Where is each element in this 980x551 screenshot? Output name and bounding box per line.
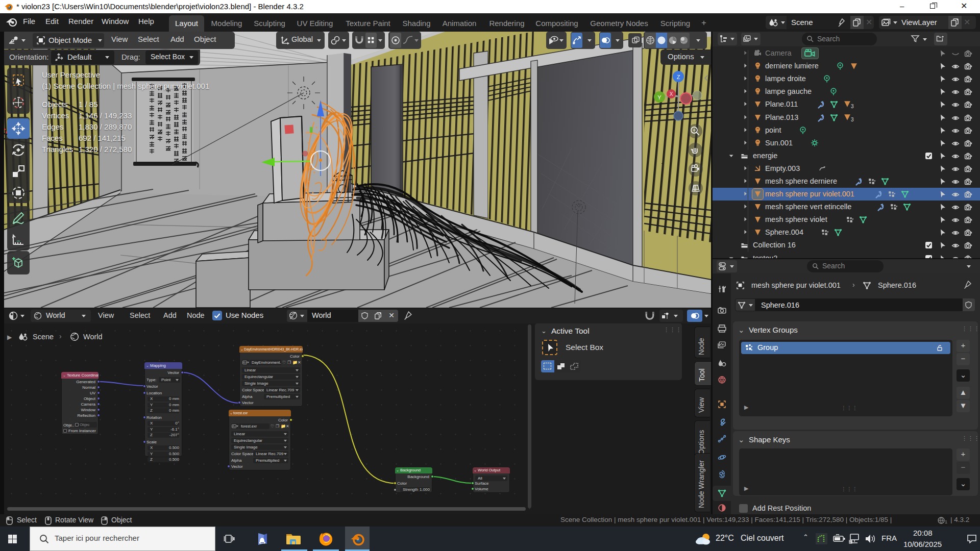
svg-text:Y: Y [657,94,662,101]
svg-text:X: X [670,91,673,97]
svg-text:Z: Z [677,74,680,80]
